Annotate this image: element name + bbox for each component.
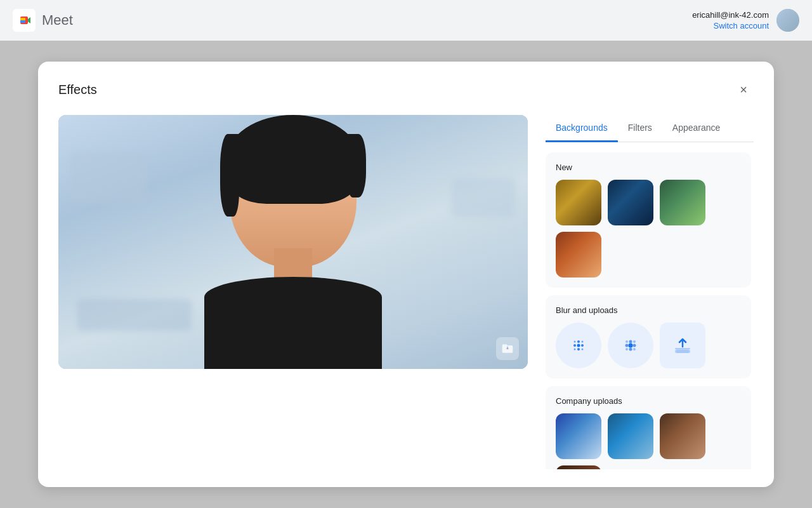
svg-rect-19 xyxy=(675,348,690,349)
new-section-title: New xyxy=(556,163,741,172)
close-button[interactable]: × xyxy=(733,79,754,100)
company-thumb-4[interactable] xyxy=(556,465,601,469)
svg-point-6 xyxy=(574,341,576,343)
company-thumb-3[interactable] xyxy=(660,413,705,459)
new-thumb-3[interactable] xyxy=(660,180,705,225)
new-thumb-4[interactable] xyxy=(556,232,601,277)
svg-point-14 xyxy=(629,348,632,351)
effects-modal: Effects × xyxy=(38,62,774,487)
blur-section-title: Blur and uploads xyxy=(556,305,741,315)
upload-background-button[interactable] xyxy=(660,323,705,368)
blur-buttons xyxy=(556,323,741,368)
avatar-image xyxy=(776,9,799,32)
new-section: New xyxy=(546,152,751,288)
blur-slight-button[interactable] xyxy=(556,323,601,368)
hair-side-right xyxy=(347,134,366,197)
video-preview xyxy=(58,115,528,369)
svg-point-10 xyxy=(629,340,632,344)
topbar-left: Meet xyxy=(13,9,73,32)
svg-point-17 xyxy=(625,348,628,351)
video-background xyxy=(58,115,528,369)
modal-header: Effects × xyxy=(58,79,754,100)
tab-appearance[interactable]: Appearance xyxy=(662,115,731,142)
panel-scroll[interactable]: New Blur and uploads xyxy=(546,152,754,469)
tab-backgrounds[interactable]: Backgrounds xyxy=(546,115,618,142)
svg-point-4 xyxy=(581,344,584,347)
right-panel: Backgrounds Filters Appearance New xyxy=(546,115,754,469)
company-thumb-1[interactable] xyxy=(556,413,601,459)
svg-point-9 xyxy=(582,349,584,351)
company-thumb-2[interactable] xyxy=(608,413,653,459)
topbar-right: ericahill@ink-42.com Switch account xyxy=(692,9,799,32)
svg-point-2 xyxy=(573,344,576,347)
tab-filters[interactable]: Filters xyxy=(618,115,662,142)
company-thumbnails xyxy=(556,413,741,469)
new-thumbnails xyxy=(556,180,741,277)
topbar: Meet ericahill@ink-42.com Switch account xyxy=(0,0,812,41)
svg-point-8 xyxy=(574,349,576,351)
svg-point-15 xyxy=(625,340,628,343)
avatar[interactable] xyxy=(776,9,799,32)
new-thumb-2[interactable] xyxy=(608,180,653,225)
svg-point-18 xyxy=(633,348,636,351)
hair-side-left xyxy=(220,134,239,217)
svg-point-13 xyxy=(633,344,636,347)
tabs-container: Backgrounds Filters Appearance xyxy=(546,115,754,142)
upload-icon xyxy=(674,337,691,354)
account-info: ericahill@ink-42.com Switch account xyxy=(692,10,769,31)
svg-point-12 xyxy=(629,344,633,348)
svg-point-5 xyxy=(577,348,580,351)
modal-content: Backgrounds Filters Appearance New xyxy=(58,115,754,469)
svg-point-1 xyxy=(577,340,580,343)
person-layer xyxy=(160,115,426,369)
meet-logo-icon xyxy=(13,9,36,32)
app-name: Meet xyxy=(42,12,73,29)
company-uploads-section: Company uploads xyxy=(546,386,751,469)
svg-point-16 xyxy=(633,340,636,343)
svg-point-11 xyxy=(625,344,629,347)
blur-slight-icon xyxy=(568,335,589,356)
modal-title: Effects xyxy=(58,83,97,97)
main-area: Effects × xyxy=(0,41,812,508)
watermark-icon xyxy=(496,337,519,360)
blur-strong-icon xyxy=(620,335,641,356)
body xyxy=(204,277,382,369)
blur-uploads-section: Blur and uploads xyxy=(546,295,751,378)
new-thumb-1[interactable] xyxy=(556,180,601,225)
hair xyxy=(226,115,360,204)
account-email: ericahill@ink-42.com xyxy=(692,10,769,20)
svg-point-7 xyxy=(582,341,584,343)
svg-point-3 xyxy=(577,344,580,347)
blur-strong-button[interactable] xyxy=(608,323,653,368)
company-section-title: Company uploads xyxy=(556,396,741,406)
switch-account-link[interactable]: Switch account xyxy=(714,21,769,30)
